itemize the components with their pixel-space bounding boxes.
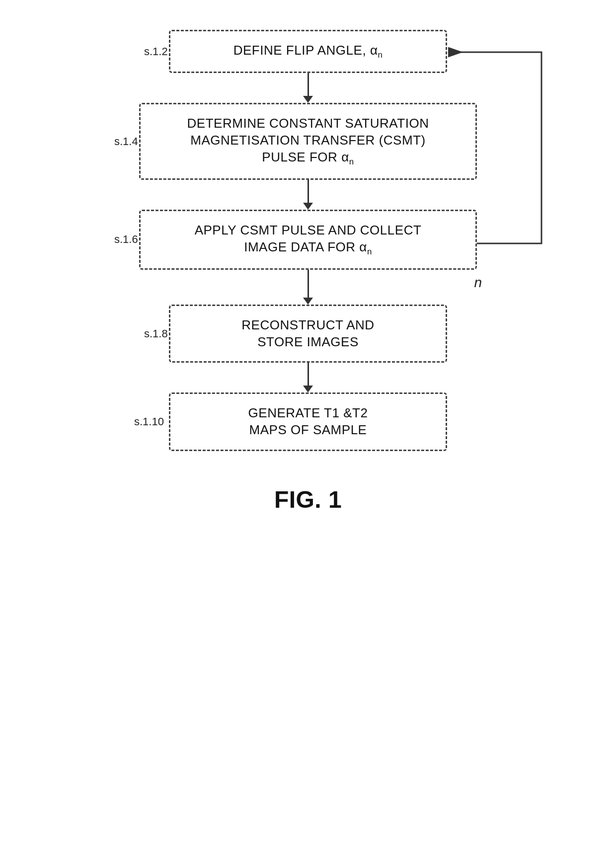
step-text-s1-8: RECONSTRUCT ANDSTORE IMAGES	[241, 317, 374, 349]
step-box-s1-10: GENERATE T1 &T2MAPS OF SAMPLE	[169, 392, 447, 451]
step-label-s1-8: s.1.8	[144, 327, 168, 340]
step-label-s1-2: s.1.2	[144, 45, 168, 58]
step-text-s1-4: DETERMINE CONSTANT SATURATIONMAGNETISATI…	[187, 116, 429, 164]
step-row-s1-4: s.1.4 DETERMINE CONSTANT SATURATIONMAGNE…	[84, 103, 532, 180]
step-box-s1-8: RECONSTRUCT ANDSTORE IMAGES	[169, 305, 447, 363]
figure-caption: FIG. 1	[274, 486, 342, 513]
arrow-4	[303, 363, 313, 392]
step-box-s1-6: APPLY CSMT PULSE AND COLLECTIMAGE DATA F…	[139, 210, 477, 270]
step-text-s1-10: GENERATE T1 &T2MAPS OF SAMPLE	[248, 405, 368, 437]
step-row-s1-8: s.1.8 RECONSTRUCT ANDSTORE IMAGES	[84, 305, 532, 363]
loop-arrow-section: n	[84, 270, 532, 305]
flowchart: s.1.2 DEFINE FLIP ANGLE, αn s.1.4 DETERM…	[84, 30, 532, 513]
arrow-1	[303, 73, 313, 103]
step-box-s1-2: DEFINE FLIP ANGLE, αn	[169, 30, 447, 73]
arrow-3	[303, 270, 313, 305]
step-text-s1-2: DEFINE FLIP ANGLE, αn	[233, 43, 383, 58]
n-label: n	[474, 275, 482, 291]
step-label-s1-4: s.1.4	[114, 135, 138, 148]
step-text-s1-6: APPLY CSMT PULSE AND COLLECTIMAGE DATA F…	[195, 223, 422, 254]
step-row-s1-10: s.1.10 GENERATE T1 &T2MAPS OF SAMPLE	[84, 392, 532, 451]
step-box-s1-4: DETERMINE CONSTANT SATURATIONMAGNETISATI…	[139, 103, 477, 180]
step-label-s1-10: s.1.10	[134, 415, 164, 428]
step-row-s1-6: s.1.6 APPLY CSMT PULSE AND COLLECTIMAGE …	[84, 210, 532, 270]
step-label-s1-6: s.1.6	[114, 233, 138, 246]
arrow-2	[303, 180, 313, 210]
step-row-s1-2: s.1.2 DEFINE FLIP ANGLE, αn	[84, 30, 532, 73]
